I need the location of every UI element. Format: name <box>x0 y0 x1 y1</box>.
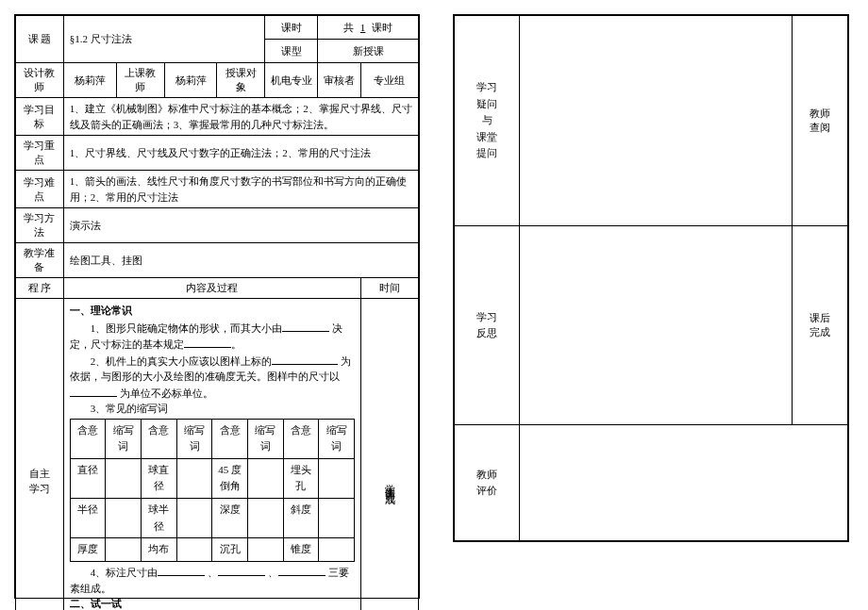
right-row-1-side: 教师 查阅 <box>793 16 848 226</box>
abbr-th: 含意 <box>212 419 248 458</box>
zizhu-label: 自主 学习 <box>16 299 64 611</box>
right-row-1-label: 学习 疑问 与 课堂 提问 <box>455 16 520 226</box>
neirong-label: 内容及过程 <box>63 278 360 299</box>
kexing-label: 课型 <box>265 40 318 63</box>
right-row-1-content <box>520 16 793 226</box>
main-content: 一、理论常识 1、图形只能确定物体的形状，而其大小由 决定，尺寸标注的基本规定。… <box>63 299 360 611</box>
table-row: 半径 球半径 深度 斜度 <box>70 498 354 537</box>
section-1-heading: 一、理论常识 <box>70 303 355 320</box>
para-4: 4、标注尺寸由 、 、 三要素组成。 <box>70 564 355 596</box>
goal-label: 学习目标 <box>16 98 64 136</box>
prep-label: 教学准备 <box>16 243 64 278</box>
shijian-label: 时间 <box>360 278 418 299</box>
para-1: 1、图形只能确定物体的形状，而其大小由 决定，尺寸标注的基本规定。 <box>70 320 355 353</box>
lesson-plan-left-page: 课 题 §1.2 尺寸注法 课时 共 1 课时 课型 新授课 设计教师 杨莉萍 … <box>14 14 420 599</box>
teacher-label: 上课教师 <box>116 63 164 98</box>
reviewer-label: 审核者 <box>318 63 361 98</box>
abbr-th: 缩写词 <box>319 419 355 458</box>
right-row-3-content <box>520 425 848 541</box>
reviewer-value: 专业组 <box>360 63 418 98</box>
keshi-value: 共 1 课时 <box>318 16 419 40</box>
designer-label: 设计教师 <box>16 63 64 98</box>
feedback-table: 学习 疑问 与 课堂 提问 教师 查阅 学习 反思 课后 完成 教师 评价 <box>454 15 848 541</box>
focus-value: 1、尺寸界线、尺寸线及尺寸数字的正确注法；2、常用的尺寸注法 <box>63 136 418 171</box>
topic-value: §1.2 尺寸注法 <box>63 16 264 63</box>
method-value: 演示法 <box>63 208 418 243</box>
para-3: 3、常见的缩写词 <box>70 401 355 417</box>
keshi-label: 课时 <box>265 16 318 40</box>
method-label: 学习方法 <box>16 208 64 243</box>
diff-label: 学习难点 <box>16 171 64 208</box>
section-2-heading: 二、试一试 <box>70 596 355 610</box>
right-row-2-label: 学习 反思 <box>455 225 520 425</box>
right-row-2-content <box>520 225 793 425</box>
abbr-th: 缩写词 <box>176 419 212 458</box>
prep-value: 绘图工具、挂图 <box>63 243 418 278</box>
shijian-value: 学生课前完成 <box>360 299 418 611</box>
lesson-plan-table: 课 题 §1.2 尺寸注法 课时 共 1 课时 课型 新授课 设计教师 杨莉萍 … <box>15 15 419 610</box>
para-2: 2、机件上的真实大小应该以图样上标的 为依据，与图形的大小及绘图的准确度无关。图… <box>70 353 355 402</box>
right-row-3-label: 教师 评价 <box>455 425 520 541</box>
right-row-2-side: 课后 完成 <box>793 225 848 425</box>
abbr-th: 含意 <box>142 419 177 458</box>
kexing-value: 新授课 <box>318 40 419 63</box>
chengxu-label: 程 序 <box>16 278 64 299</box>
abbreviation-table: 含意 缩写词 含意 缩写词 含意 缩写词 含意 缩写词 直径 球直径 45 度倒… <box>70 419 355 563</box>
abbr-th: 缩写词 <box>106 419 142 458</box>
designer-value: 杨莉萍 <box>63 63 116 98</box>
abbr-th: 含意 <box>70 419 106 458</box>
focus-label: 学习重点 <box>16 136 64 171</box>
table-row: 厚度 均布 沉孔 锥度 <box>70 538 354 562</box>
audience-value: 机电专业 <box>265 63 318 98</box>
teacher-value: 杨莉萍 <box>164 63 217 98</box>
audience-label: 授课对象 <box>217 63 265 98</box>
lesson-plan-right-page: 学习 疑问 与 课堂 提问 教师 查阅 学习 反思 课后 完成 教师 评价 <box>453 14 849 542</box>
abbr-th: 含意 <box>283 419 319 458</box>
topic-label: 课 题 <box>16 16 64 63</box>
diff-value: 1、箭头的画法、线性尺寸和角度尺寸数字的书写部位和书写方向的正确使用；2、常用的… <box>63 171 418 208</box>
abbr-th: 缩写词 <box>248 419 284 458</box>
table-row: 直径 球直径 45 度倒角 埋头孔 <box>70 458 354 498</box>
goal-value: 1、建立《机械制图》标准中尺寸标注的基本概念；2、掌握尺寸界线、尺寸线及箭头的正… <box>63 98 418 136</box>
